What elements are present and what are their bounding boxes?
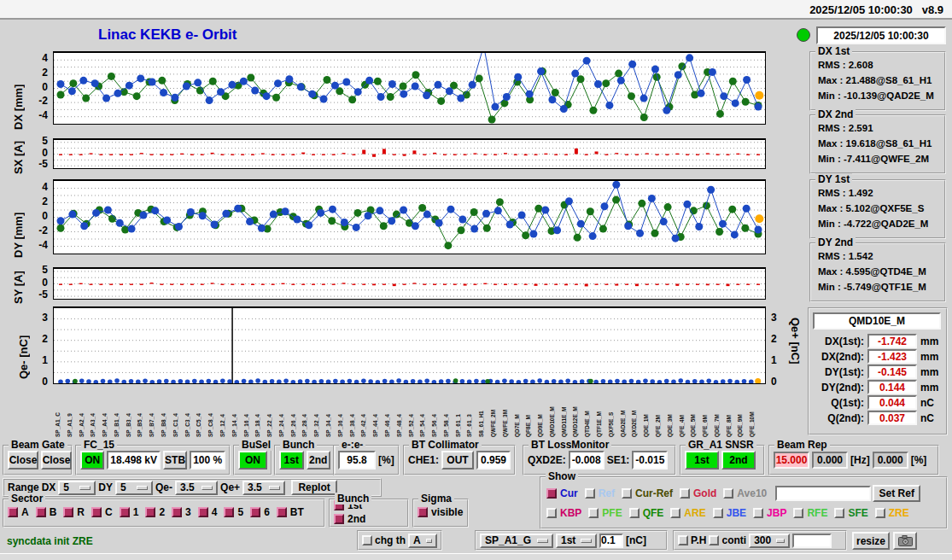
interval-select[interactable]: 300 [749,534,790,548]
conti-checkbox[interactable] [709,535,719,545]
checkbox-cur[interactable] [546,488,557,499]
checkbox-are[interactable] [670,508,680,518]
ee-ratio-group: e-:e- 95.8 [%] [333,445,400,475]
resize-button[interactable]: resize [852,532,890,550]
x-tick-label: QDE_5M [691,386,697,437]
checkbox-zre[interactable] [875,508,885,518]
x-tick-label: SP_34_4 [326,386,332,437]
checkbox-ref[interactable] [585,488,595,499]
checkbox-item: Cur [546,487,578,499]
checkbox-label: R [77,506,85,518]
y-tick-label: -5 [24,289,48,300]
busel-on-button[interactable]: ON [238,451,267,470]
fc15-on-button[interactable]: ON [80,451,104,470]
x-tick-label: SP_36_4 [338,386,344,437]
th-select[interactable]: A [408,534,437,548]
fc15-stb-button[interactable]: STB [163,451,187,470]
checkbox-3[interactable] [172,507,182,517]
che1-out-button[interactable]: OUT [441,451,474,470]
dx-axis-label: DX [mm] [12,61,25,130]
threshold-input[interactable] [599,534,623,548]
clock-text: 2025/12/05 10:00:30 [809,3,913,16]
gr-snsr-2nd-button[interactable]: 2nd [721,451,756,470]
checkbox-2[interactable] [145,507,155,517]
range-qem-select[interactable]: 3.5 [175,481,218,495]
x-tick-label: QMD11E_M [562,386,568,437]
monitor-name-field[interactable]: QMD10E_M [813,312,941,330]
bunch-2nd-button[interactable]: 2nd [307,451,331,470]
blank-input[interactable] [792,534,832,548]
x-tick-label: SP_48_4 [397,386,403,437]
checkbox-r[interactable] [63,507,73,517]
checkbox-item: 5 [224,506,243,518]
checkbox-2nd[interactable] [334,514,344,524]
x-tick-label: SP_26_4 [291,386,297,437]
x-tick-label: SP_C5_4 [196,386,202,437]
checkbox-a[interactable] [8,507,18,517]
y-tick-label: 2 [24,195,48,207]
checkbox-4[interactable] [198,507,208,517]
checkbox-sfe[interactable] [834,508,844,518]
che1-value-field: 0.959 [476,451,511,470]
status-time-text: 2025/12/05 10:00:30 [833,30,928,42]
checkbox-jbp[interactable] [753,508,763,518]
show-legend: Show [546,470,578,482]
x-tick-label: QWFE_3M [503,386,509,437]
set-ref-button[interactable]: Set Ref [873,485,920,502]
ee-ratio-unit: [%] [378,454,394,466]
checkbox-item: SFE [834,507,867,519]
checkbox-label: JBE [727,507,746,519]
checkbox-1[interactable] [120,507,130,517]
fc15-pct-field: 100 % [190,451,225,470]
bunch-1st-button[interactable]: 1st [279,451,304,470]
checkbox-rfe[interactable] [793,508,803,518]
checkbox-jbe[interactable] [713,508,723,518]
chg-th-checkbox[interactable] [362,535,372,545]
checkbox-5[interactable] [224,507,234,517]
sy-chart [53,267,766,300]
checkbox-cur-ref[interactable] [622,488,632,499]
checkbox-pfe[interactable] [588,508,599,518]
range-dy-select[interactable]: 5 [115,481,153,495]
menubar-clock: 2025/12/05 10:00:30 v8.9 [809,3,943,16]
checkbox-item: C [91,506,113,518]
checkbox-b[interactable] [36,507,46,517]
sp-select[interactable]: SP_A1_G [480,534,553,548]
beam-gate-close2-button[interactable]: Close [41,451,72,470]
bunch-select[interactable]: 1st [556,534,597,548]
qe-chart [53,306,766,384]
x-tick-label: SP_24_4 [279,386,285,437]
checkbox-label: B [50,506,57,518]
checkbox-visible[interactable] [418,507,428,517]
checkbox-ave10[interactable] [723,488,733,499]
set-ref-input[interactable] [775,486,871,501]
dx-chart [53,51,766,125]
range-dx-value: 5 [63,481,69,493]
checkbox-qfe[interactable] [629,508,640,518]
gr-snsr-1st-button[interactable]: 1st [685,451,719,470]
checkbox-bt[interactable] [277,507,287,517]
monitor-rows: DX(1st):-1.742mm DX(2nd):-1.423mm DY(1st… [809,333,944,426]
x-tick-label: SP_C8_4 [208,386,214,437]
x-tick-label: SP_61_3 [467,386,473,437]
range-qep-select[interactable]: 3.5 [242,481,285,495]
checkbox-kbp[interactable] [546,508,557,518]
bunch2-legend: Bunch [335,493,371,505]
replot-button[interactable]: Replot [291,480,337,495]
checkbox-item: 2 [145,506,165,518]
range-qep-label: Qe+ [220,481,240,493]
range-dx-select[interactable]: 5 [58,481,96,495]
ph-checkbox[interactable] [678,535,688,545]
ee-ratio-field: 95.8 [338,451,376,470]
screenshot-button[interactable] [893,532,917,550]
stat-line: RMS : 1.492 [818,188,873,198]
y-tick-label: 3 [24,312,48,324]
stat-line: RMS : 2.608 [818,60,873,70]
checkbox-c[interactable] [91,507,102,517]
checkbox-6[interactable] [250,507,260,517]
checkbox-gold[interactable] [680,488,690,499]
hz-unit: [Hz] [850,454,870,466]
sigma-checkboxes: visible [418,506,470,520]
beam-gate-close1-button[interactable]: Close [8,451,38,470]
busel-group: BuSel ON [233,445,272,475]
